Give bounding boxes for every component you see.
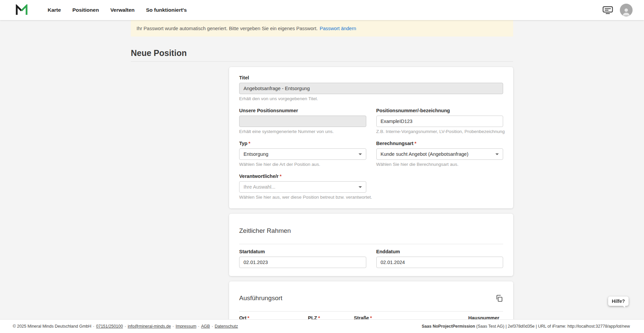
nav-item-positionen[interactable]: Positionen	[72, 7, 99, 13]
footer-email-link[interactable]: info@mineral-minds.de	[128, 324, 171, 329]
positionsnummer-label-text: Positionsnummer/-bezeichnung	[376, 108, 450, 113]
footer-session-info: Saas NoProjectPermission (Saas Test AG) …	[422, 324, 630, 329]
titel-input	[239, 83, 503, 94]
berechnungsart-label-text: Berechnungsart	[376, 141, 414, 146]
unsere-positionsnummer-help: Erhält eine systemgenerierte Nummer von …	[239, 129, 366, 134]
positionsnummer-label: Positionsnummer/-bezeichnung	[376, 108, 503, 113]
startdatum-label-text: Startdatum	[239, 249, 265, 254]
verantwortlicher-help: Wählen Sie hier aus, wer diese Position …	[239, 195, 366, 200]
footer-phone-link[interactable]: 07151/250100	[96, 324, 123, 329]
separator-dot	[196, 324, 201, 329]
titel-help: Erhält den von uns vorgegebenen Titel.	[239, 96, 503, 101]
unsere-positionsnummer-label-text: Unsere Positionsnummer	[239, 108, 298, 113]
titel-field: Titel Erhält den von uns vorgegebenen Ti…	[239, 75, 503, 101]
startdatum-field: Startdatum	[239, 249, 366, 268]
typ-label: Typ*	[239, 141, 366, 146]
titel-label: Titel	[239, 75, 503, 80]
nav-item-karte[interactable]: Karte	[48, 7, 61, 13]
session-detail-text: (Saas Test AG) | 2ef378d0d35e | URL of i…	[476, 324, 630, 329]
nav-item-verwalten[interactable]: Verwalten	[110, 7, 135, 13]
positionsnummer-input[interactable]	[376, 116, 503, 127]
chevron-down-icon	[359, 186, 362, 188]
required-marker: *	[415, 141, 417, 146]
mineral-minds-logo-icon	[15, 4, 28, 16]
top-navbar: Karte Positionen Verwalten So funktionie…	[0, 0, 644, 20]
password-warning-banner: Ihr Passwort wurde automatisch generiert…	[131, 20, 513, 37]
zeitlicher-rahmen-card: Zeitlicher Rahmen Startdatum Enddatum	[229, 214, 513, 276]
berechnungsart-label: Berechnungsart*	[376, 141, 503, 146]
help-button[interactable]: Hilfe?	[608, 296, 629, 306]
chevron-down-icon	[359, 153, 362, 155]
berechnungsart-select[interactable]: Kunde sucht Angebot (Angebotsanfrage)	[376, 148, 503, 160]
copy-icon	[495, 294, 503, 302]
separator-dot	[123, 324, 127, 329]
startdatum-label: Startdatum	[239, 249, 366, 254]
positionsnummer-help: Z.B. Interne-Vorgangsnummer, LV-Position…	[376, 129, 503, 134]
main-nav: Karte Positionen Verwalten So funktionie…	[48, 7, 187, 13]
app-logo[interactable]	[15, 4, 28, 16]
user-avatar-button[interactable]	[620, 4, 633, 16]
verantwortlicher-label-text: Verantwortliche/r	[239, 174, 279, 179]
title-divider	[131, 61, 513, 62]
footer: © 2025 Mineral Minds Deutschland GmbH 07…	[0, 319, 644, 333]
spacer-column	[376, 174, 503, 200]
verantwortlicher-select[interactable]: Ihre Auswahl...	[239, 181, 366, 193]
unsere-positionsnummer-label: Unsere Positionsnummer	[239, 108, 366, 113]
card-reader-button[interactable]	[602, 6, 613, 14]
enddatum-label: Enddatum	[376, 249, 503, 254]
section-divider	[239, 244, 503, 244]
separator-dot	[210, 324, 215, 329]
footer-impressum-link[interactable]: Impressum	[176, 324, 197, 329]
typ-select-value: Entsorgung	[244, 151, 268, 157]
required-marker: *	[280, 174, 282, 179]
berechnungsart-field: Berechnungsart* Kunde sucht Angebot (Ang…	[376, 141, 503, 167]
separator-dot	[171, 324, 175, 329]
typ-field: Typ* Entsorgung Wählen Sie hier die Art …	[239, 141, 366, 167]
enddatum-field: Enddatum	[376, 249, 503, 268]
typ-label-text: Typ	[239, 141, 248, 146]
session-permission-text: Saas NoProjectPermission	[422, 324, 475, 329]
berechnungsart-select-value: Kunde sucht Angebot (Angebotsanfrage)	[381, 151, 469, 157]
main-content: Neue Position Titel Erhält den von uns v…	[131, 48, 513, 333]
verantwortlicher-label: Verantwortliche/r*	[239, 174, 366, 179]
typ-help: Wählen Sie hier die Art der Position aus…	[239, 162, 366, 167]
unsere-positionsnummer-input	[239, 116, 366, 127]
startdatum-input[interactable]	[239, 257, 366, 268]
verantwortlicher-field: Verantwortliche/r* Ihre Auswahl... Wähle…	[239, 174, 366, 200]
separator-dot	[91, 324, 96, 329]
position-details-card: Titel Erhält den von uns vorgegebenen Ti…	[229, 67, 513, 208]
page-title: Neue Position	[131, 48, 513, 58]
verantwortlicher-select-placeholder: Ihre Auswahl...	[244, 184, 275, 190]
enddatum-label-text: Enddatum	[376, 249, 400, 254]
unsere-positionsnummer-field: Unsere Positionsnummer Erhält eine syste…	[239, 108, 366, 134]
password-change-link[interactable]: Passwort ändern	[320, 26, 356, 31]
section-divider	[239, 311, 503, 312]
titel-label-text: Titel	[239, 75, 249, 80]
required-marker: *	[249, 141, 251, 146]
typ-select[interactable]: Entsorgung	[239, 148, 366, 160]
zeitlicher-rahmen-title: Zeitlicher Rahmen	[239, 227, 291, 235]
copy-location-button[interactable]	[495, 294, 503, 302]
positionsnummer-field: Positionsnummer/-bezeichnung Z.B. Intern…	[376, 108, 503, 134]
berechnungsart-help: Wählen Sie hier die Berechnungsart aus.	[376, 162, 503, 167]
copyright-text: © 2025 Mineral Minds Deutschland GmbH	[13, 324, 91, 329]
footer-left: © 2025 Mineral Minds Deutschland GmbH 07…	[13, 324, 238, 329]
person-icon	[621, 6, 631, 16]
banner-message: Ihr Passwort wurde automatisch generiert…	[137, 26, 318, 31]
enddatum-input[interactable]	[376, 257, 503, 268]
nav-item-so-funktionierts[interactable]: So funktioniert's	[146, 7, 187, 13]
ausfuehrungsort-title: Ausführungsort	[239, 294, 282, 302]
footer-agb-link[interactable]: AGB	[201, 324, 210, 329]
navbar-right-actions	[602, 4, 633, 16]
footer-datenschutz-link[interactable]: Datenschutz	[215, 324, 238, 329]
card-reader-icon	[602, 6, 613, 14]
chevron-down-icon	[495, 153, 499, 155]
